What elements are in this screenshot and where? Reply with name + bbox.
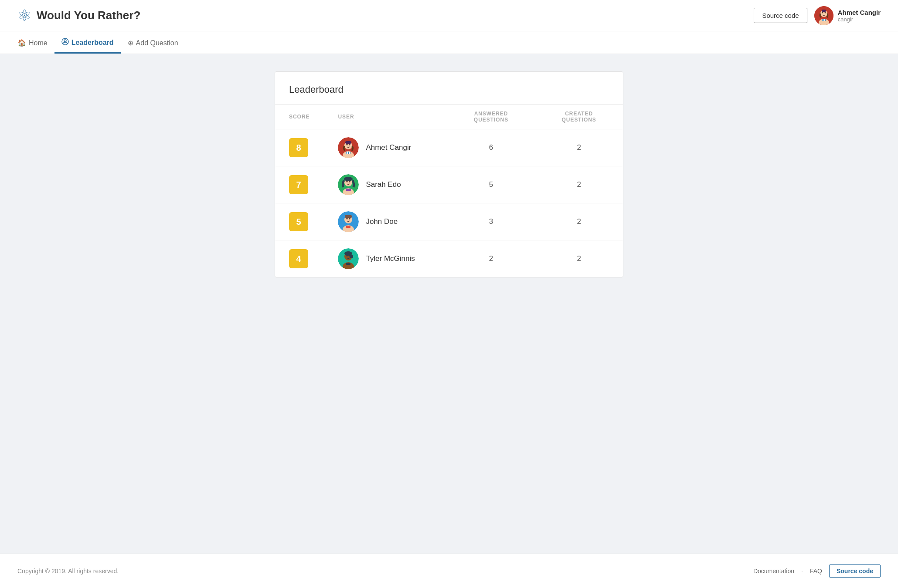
score-cell: 7	[275, 166, 324, 203]
score-badge: 7	[289, 175, 308, 194]
score-cell: 5	[275, 203, 324, 240]
header: ⚛ Would You Rather? Source code	[0, 0, 898, 31]
logo-area: ⚛ Would You Rather?	[17, 7, 140, 25]
footer-links: Documentation · FAQ Source code	[753, 564, 881, 578]
answered-cell: 6	[447, 129, 535, 166]
answered-cell: 2	[447, 240, 535, 277]
user-cell: Sarah Edo	[324, 166, 447, 203]
table-body: 8 Ahmet Cangir 6	[275, 129, 623, 277]
table-row: 5 John Doe 3 2	[275, 203, 623, 240]
answered-cell: 5	[447, 166, 535, 203]
svg-rect-32	[345, 215, 352, 218]
nav-item-home[interactable]: 🏠 Home	[17, 39, 54, 54]
user-cell: Tyler McGinnis	[324, 240, 447, 277]
user-cell: Ahmet Cangir	[324, 129, 447, 166]
svg-point-10	[64, 40, 66, 42]
add-icon: ⊕	[128, 39, 133, 47]
svg-point-3	[822, 12, 823, 13]
svg-rect-41	[346, 263, 350, 265]
score-badge: 4	[289, 249, 308, 268]
leaderboard-icon	[61, 38, 69, 47]
leaderboard-card: Leaderboard SCORE USER ANSWERED QUESTION…	[275, 71, 623, 277]
table-row: 7 Sarah Edo 5 2	[275, 166, 623, 203]
svg-rect-5	[822, 10, 826, 12]
svg-point-25	[344, 177, 353, 181]
svg-point-30	[347, 218, 348, 220]
row-avatar	[338, 137, 359, 158]
app-title: Would You Rather?	[37, 9, 140, 22]
col-header-user: USER	[324, 105, 447, 129]
footer-source-code-button[interactable]: Source code	[829, 564, 881, 578]
nav-label-add-question: Add Question	[136, 39, 178, 47]
user-handle: cangir	[838, 16, 881, 23]
logo-icon: ⚛	[17, 7, 31, 25]
svg-rect-26	[346, 189, 351, 191]
leaderboard-title: Leaderboard	[275, 72, 623, 105]
score-cell: 4	[275, 240, 324, 277]
nav-item-add-question[interactable]: ⊕ Add Question	[121, 39, 185, 54]
svg-rect-8	[824, 19, 825, 21]
svg-rect-18	[347, 152, 348, 154]
svg-rect-19	[349, 152, 350, 154]
svg-point-31	[349, 218, 351, 220]
score-badge: 8	[289, 138, 308, 157]
svg-point-40	[350, 255, 353, 258]
col-header-score: SCORE	[275, 105, 324, 129]
row-username: Sarah Edo	[366, 180, 401, 189]
answered-cell: 3	[447, 203, 535, 240]
svg-point-4	[824, 12, 826, 13]
row-username: Tyler McGinnis	[366, 254, 415, 263]
user-area: Ahmet Cangir cangir	[814, 6, 881, 25]
main-content: Leaderboard SCORE USER ANSWERED QUESTION…	[0, 54, 898, 554]
created-cell: 2	[535, 203, 623, 240]
svg-rect-7	[823, 19, 823, 21]
user-cell: John Doe	[324, 203, 447, 240]
svg-point-14	[347, 144, 348, 145]
table-row: 4 Tyler McGinnis 2 2	[275, 240, 623, 277]
col-header-created: CREATED QUESTIONS	[535, 105, 623, 129]
faq-link[interactable]: FAQ	[810, 568, 822, 574]
home-icon: 🏠	[17, 39, 26, 47]
created-cell: 2	[535, 129, 623, 166]
nav-label-home: Home	[29, 39, 48, 47]
row-avatar	[338, 174, 359, 195]
user-info: Ahmet Cangir cangir	[838, 9, 881, 23]
score-badge: 5	[289, 212, 308, 231]
col-header-answered: ANSWERED QUESTIONS	[447, 105, 535, 129]
svg-rect-16	[345, 141, 351, 144]
footer-separator: ·	[801, 568, 803, 574]
table-row: 8 Ahmet Cangir 6	[275, 129, 623, 166]
table-header: SCORE USER ANSWERED QUESTIONS CREATED QU…	[275, 105, 623, 129]
nav-label-leaderboard: Leaderboard	[71, 39, 114, 47]
footer: Copyright © 2019. All rights reserved. D…	[0, 554, 898, 588]
avatar	[814, 6, 833, 25]
documentation-link[interactable]: Documentation	[753, 568, 794, 574]
row-username: John Doe	[366, 217, 398, 226]
created-cell: 2	[535, 166, 623, 203]
leaderboard-table: SCORE USER ANSWERED QUESTIONS CREATED QU…	[275, 105, 623, 277]
score-cell: 8	[275, 129, 324, 166]
row-avatar	[338, 248, 359, 269]
nav-item-leaderboard[interactable]: Leaderboard	[54, 38, 121, 54]
row-username: Ahmet Cangir	[366, 143, 411, 152]
created-cell: 2	[535, 240, 623, 277]
copyright: Copyright © 2019. All rights reserved.	[17, 568, 119, 574]
navigation: 🏠 Home Leaderboard ⊕ Add Question	[0, 31, 898, 54]
svg-point-15	[349, 144, 351, 145]
row-avatar	[338, 211, 359, 232]
user-name: Ahmet Cangir	[838, 9, 881, 16]
svg-rect-33	[346, 226, 350, 228]
header-right: Source code Ahme	[754, 6, 881, 25]
source-code-button[interactable]: Source code	[754, 8, 807, 23]
